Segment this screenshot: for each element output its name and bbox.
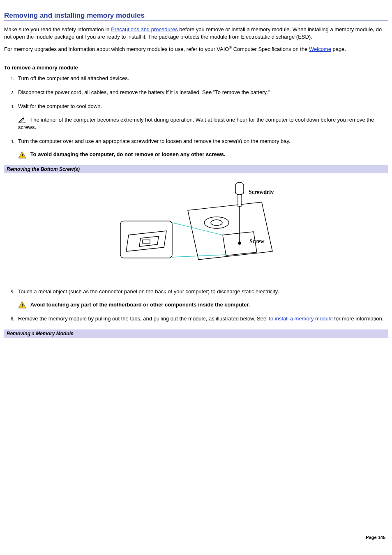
svg-point-3 (211, 220, 222, 226)
step-4-text: Turn the computer over and use an approp… (18, 138, 291, 144)
step-2: Disconnect the power cord, all cables, a… (16, 89, 388, 96)
step-4: Turn the computer over and use an approp… (16, 138, 388, 159)
steps-list: Turn off the computer and all attached d… (16, 75, 388, 159)
warning-icon (18, 301, 26, 309)
step-3: Wait for the computer to cool down. The … (16, 103, 388, 131)
intro-text-2a: For memory upgrades and information abou… (4, 46, 229, 52)
step-4-warning-text: To avoid damaging the computer, do not r… (30, 151, 226, 157)
step-3-note: The interior of the computer becomes ext… (18, 116, 388, 131)
intro-paragraph-2: For memory upgrades and information abou… (4, 45, 388, 53)
intro-text-2c: page. (331, 46, 346, 52)
step-4-warning: To avoid damaging the computer, do not r… (18, 151, 388, 159)
svg-rect-9 (22, 306, 23, 307)
svg-rect-8 (22, 304, 23, 306)
step-5-text: Touch a metal object (such as the connec… (18, 288, 279, 295)
steps-list-continued: Touch a metal object (such as the connec… (16, 288, 388, 323)
step-5-warning-text: Avoid touching any part of the motherboa… (30, 302, 250, 308)
install-module-link[interactable]: To install a memory module (268, 315, 333, 322)
welcome-link[interactable]: Welcome (309, 46, 331, 52)
step-6-text-b: for more information. (333, 315, 384, 322)
svg-rect-0 (22, 154, 23, 156)
subhead-remove: To remove a memory module (4, 64, 388, 71)
svg-rect-1 (22, 157, 23, 157)
step-3-note-text: The interior of the computer becomes ext… (18, 117, 374, 130)
precautions-link[interactable]: Precautions and procedures (111, 26, 178, 32)
intro-paragraph-1: Make sure you read the safety informatio… (4, 26, 388, 40)
intro-text-1a: Make sure you read the safety informatio… (4, 26, 111, 32)
figure-1-caption: Removing the Bottom Screw(s) (4, 165, 388, 173)
step-5: Touch a metal object (such as the connec… (16, 288, 388, 309)
intro-text-2b: Computer Specifications on the (232, 46, 309, 52)
step-6-text-a: Remove the memory module by pulling out … (18, 315, 268, 322)
figure-2-caption: Removing a Memory Module (4, 329, 388, 338)
step-5-warning: Avoid touching any part of the motherboa… (18, 301, 388, 309)
step-1: Turn off the computer and all attached d… (16, 75, 388, 82)
page-title: Removing and installing memory modules (4, 12, 388, 21)
fig1-label-screw: Screw (249, 238, 265, 244)
page-number: Page 145 (4, 535, 388, 540)
step-6: Remove the memory module by pulling out … (16, 315, 388, 322)
fig1-label-screwdriver: Screwdriver (249, 189, 274, 195)
figure-1-image: Screwdriver Screw (4, 173, 388, 288)
warning-icon (18, 151, 26, 159)
pencil-note-icon (18, 117, 26, 123)
step-3-text: Wait for the computer to cool down. (18, 103, 102, 109)
svg-rect-7 (143, 240, 150, 243)
